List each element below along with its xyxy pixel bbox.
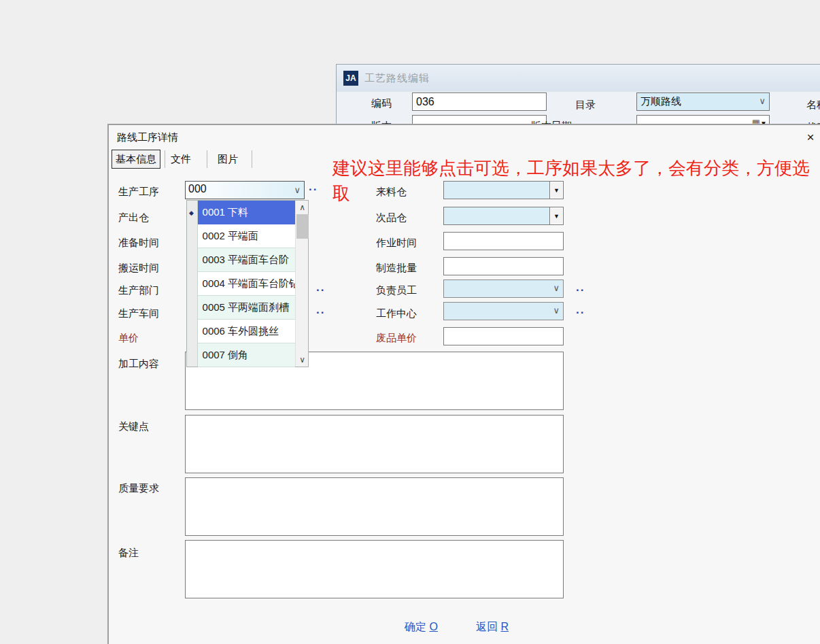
output-store-label: 产出仓 [118, 211, 149, 224]
dept-label: 生产部门 [118, 284, 159, 297]
app-icon: JA [343, 71, 358, 86]
catalog-value: 万顺路线 [640, 95, 681, 107]
process-dropdown-list: ◆ 0001 下料 0002 平端面 0003 平端面车台阶 0004 平端面车… [186, 200, 309, 367]
dept-browse-dots[interactable]: ·· [316, 287, 325, 294]
close-icon[interactable]: × [802, 129, 819, 146]
workshop-label: 生产车间 [118, 307, 159, 320]
workshop-browse-dots[interactable]: ·· [316, 309, 325, 316]
tab-files[interactable]: 文件 [167, 150, 194, 169]
window-title: 工艺路线编辑 [364, 72, 430, 85]
dropdown-scrollbar[interactable]: ∧ ∨ [295, 201, 308, 367]
scrap-price-label: 废品单价 [376, 332, 417, 345]
back-button[interactable]: 返回 R [476, 620, 509, 634]
scroll-up-icon[interactable]: ∧ [296, 201, 309, 214]
ok-button-label: 确定 [405, 621, 426, 632]
dialog-title: 路线工序详情 [117, 131, 178, 144]
list-item[interactable]: 0005 平两端面刹槽 [198, 296, 295, 320]
process-value: 000 [188, 183, 207, 194]
screen: JA 工艺路线编辑 编码 036 目录 万顺路线 ∨ 名称 版本 版本日期 ▦▼… [0, 0, 820, 644]
move-time-label: 搬运时间 [118, 262, 159, 275]
tab-separator [252, 150, 252, 168]
work-time-input[interactable] [443, 232, 564, 250]
list-item[interactable]: 0004 平端面车台阶钻孔 [198, 272, 295, 296]
staff-label: 负责员工 [376, 284, 417, 297]
list-item[interactable]: 0002 平端面 [198, 224, 295, 248]
keypoint-label: 关键点 [118, 420, 149, 433]
list-item[interactable]: 0003 平端面车台阶 [198, 248, 295, 272]
staff-combobox[interactable]: ∨ [443, 279, 564, 298]
defect-store-label: 次品仓 [376, 211, 407, 224]
ok-button[interactable]: 确定 O [405, 620, 438, 634]
staff-browse-dots[interactable]: ·· [576, 287, 585, 294]
unit-price-label: 单价 [118, 332, 139, 345]
incoming-store-combobox[interactable]: ▼ [443, 181, 564, 199]
chevron-down-icon[interactable]: ∨ [553, 283, 560, 293]
titlebar[interactable]: JA 工艺路线编辑 [337, 65, 820, 92]
selected-row-marker-icon: ◆ [189, 209, 194, 216]
process-browse-dots[interactable]: ·· [309, 186, 318, 193]
chevron-down-icon[interactable]: ∨ [759, 96, 766, 106]
scrap-price-input[interactable] [443, 327, 564, 345]
back-button-label: 返回 [476, 621, 498, 632]
catalog-combobox[interactable]: 万顺路线 ∨ [636, 92, 770, 111]
triangle-down-icon[interactable]: ▼ [549, 207, 563, 224]
annotation-line1: 建议这里能够点击可选，工序如果太多了，会有分类，方便选 [332, 156, 810, 180]
scrollbar-thumb[interactable] [296, 214, 309, 239]
incoming-store-label: 来料仓 [376, 186, 407, 199]
catalog-label: 目录 [575, 99, 596, 112]
code-label: 编码 [371, 97, 392, 110]
batch-input[interactable] [443, 257, 564, 275]
defect-store-combobox[interactable]: ▼ [443, 207, 564, 225]
keypoint-textarea[interactable] [185, 415, 564, 473]
workcenter-browse-dots[interactable]: ·· [576, 309, 585, 316]
chevron-down-icon[interactable]: ∨ [294, 185, 301, 195]
process-combobox[interactable]: 000 ∨ [185, 181, 305, 199]
remark-label: 备注 [118, 547, 139, 560]
scroll-down-icon[interactable]: ∨ [296, 353, 309, 367]
prep-time-label: 准备时间 [118, 237, 159, 250]
incoming-store-value [444, 182, 447, 193]
process-label: 生产工序 [118, 186, 159, 199]
tab-separator [207, 150, 207, 168]
quality-label: 质量要求 [118, 482, 159, 495]
list-item[interactable]: 0006 车外圆挑丝 [198, 320, 295, 343]
workcenter-combobox[interactable]: ∨ [443, 302, 564, 320]
defect-store-value [444, 207, 447, 219]
work-time-label: 作业时间 [376, 237, 417, 250]
tab-separator [165, 150, 165, 168]
triangle-down-icon[interactable]: ▼ [549, 182, 563, 199]
annotation-line2: 取 [332, 182, 350, 205]
list-item[interactable]: 0001 下料 [198, 201, 295, 224]
chevron-down-icon[interactable]: ∨ [553, 305, 560, 316]
ok-button-key: O [429, 621, 437, 632]
dialog-route-step-detail: 路线工序详情 × 基本信息 文件 图片 建议这里能够点击可选，工序如果太多了，会… [107, 124, 820, 644]
remark-textarea[interactable] [185, 540, 564, 598]
content-label: 加工内容 [118, 358, 159, 371]
list-item[interactable]: 0007 倒角 [198, 343, 295, 367]
tab-images[interactable]: 图片 [214, 150, 241, 169]
code-input[interactable]: 036 [412, 92, 547, 111]
workcenter-label: 工作中心 [376, 307, 417, 320]
batch-label: 制造批量 [376, 262, 417, 275]
back-button-key: R [500, 621, 509, 632]
name-label: 名称 [806, 99, 820, 112]
tab-basic-info[interactable]: 基本信息 [112, 150, 160, 169]
quality-textarea[interactable] [185, 477, 564, 536]
dropdown-gutter: ◆ [187, 201, 198, 367]
